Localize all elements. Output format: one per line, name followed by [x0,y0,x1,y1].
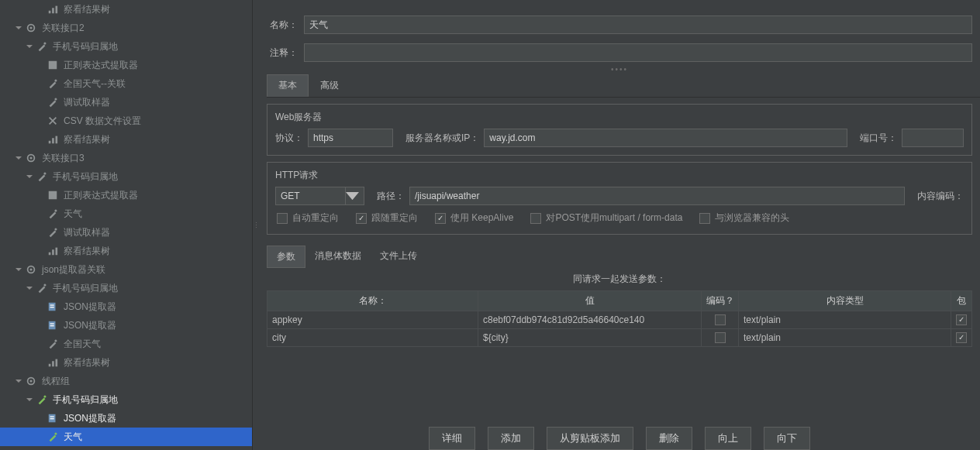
param-tab-params[interactable]: 参数 [267,246,305,268]
http-request-title: HTTP请求 [275,169,964,182]
comment-label: 注释： [267,46,304,60]
cb-follow-redirect[interactable]: 跟随重定向 [356,211,418,225]
tree-item-label: JSON提取器 [64,319,116,332]
cell-value[interactable]: c8ebf07ddb974c81d92d5a46640ce140 [478,311,702,328]
cell-value[interactable]: ${city} [478,329,702,346]
param-tab-body[interactable]: 消息体数据 [305,246,371,268]
table-row[interactable]: appkeyc8ebf07ddb974c81d92d5a46640ce140te… [267,311,971,328]
tree-item[interactable]: 全国天气 [0,335,252,353]
name-input[interactable] [304,15,972,34]
cb-keepalive[interactable]: 使用 KeepAlive [435,211,513,225]
tree-item[interactable]: 天气 [0,204,252,223]
toggle-icon[interactable] [25,395,34,404]
detail-button[interactable]: 详细 [429,427,475,450]
tree-item[interactable]: JSON提取器 [0,316,252,335]
th-encode[interactable]: 编码？ [702,291,739,311]
server-label: 服务器名称或IP： [405,132,479,145]
tree-item[interactable]: 察看结果树 [0,0,252,19]
tree-item-label: 手机号码归属地 [53,40,118,53]
table-row[interactable]: city${city}text/plain✓ [267,328,971,346]
tree-item[interactable]: 察看结果树 [0,242,252,260]
toggle-icon[interactable] [25,283,34,293]
tree-item[interactable]: 调试取样器 [0,223,252,242]
tree-item[interactable]: 察看结果树 [0,130,252,149]
svg-rect-7 [54,79,57,82]
splitter-handle[interactable]: ⋮ [253,0,259,450]
tree-item-label: 天气 [64,431,82,444]
cell-include[interactable]: ✓ [951,311,971,328]
cell-include[interactable]: ✓ [951,329,971,346]
tree-item[interactable]: 正则表达式提取器 [0,56,252,74]
tree-item[interactable]: 关联接口3 [0,149,252,167]
tree-item[interactable]: 察看结果树 [0,353,252,372]
tree-item-label: 天气 [64,208,82,221]
toggle-icon[interactable] [14,376,23,386]
tree-item[interactable]: 天气 [0,428,252,446]
protocol-input[interactable] [308,129,393,147]
comment-input[interactable] [304,43,972,62]
cell-encode[interactable] [702,329,739,346]
tree-item[interactable]: 手机号码归属地 [0,279,252,297]
toggle-icon [36,60,45,70]
svg-point-13 [29,156,32,159]
tree-item-label: 关联接口3 [42,152,85,165]
tree-item[interactable]: JSON提取器 [0,297,252,316]
results-icon [47,356,59,369]
tree-item[interactable]: 关联接口2 [0,19,252,37]
tree-item[interactable]: 全国天气--关联 [0,74,252,93]
delete-button[interactable]: 删除 [646,427,692,450]
tree-item[interactable]: 手机号码归属地 [0,390,252,409]
svg-rect-2 [56,6,58,14]
svg-rect-38 [50,416,54,417]
tree-item-label: 察看结果树 [64,245,110,258]
path-input[interactable] [409,187,905,205]
tree-item[interactable]: json提取器关联 [0,260,252,279]
param-tab-file[interactable]: 文件上传 [371,246,426,268]
port-input[interactable] [902,129,964,147]
cell-name[interactable]: city [267,329,478,346]
drag-handle-icon[interactable]: •••• [259,67,980,74]
toggle-icon[interactable] [25,42,34,51]
cell-encode[interactable] [702,311,739,328]
path-label: 路径： [377,190,405,203]
toggle-icon[interactable] [14,23,23,33]
tab-advanced[interactable]: 高级 [309,74,350,97]
add-button[interactable]: 添加 [488,427,534,450]
th-value[interactable]: 值 [478,291,702,311]
up-button[interactable]: 向上 [705,427,751,450]
config-tabs: 基本 高级 [267,74,980,98]
down-button[interactable]: 向下 [764,427,810,450]
tree-item-label: 全国天气 [64,338,101,351]
cell-type[interactable]: text/plain [739,311,951,328]
clipboard-add-button[interactable]: 从剪贴板添加 [547,427,633,450]
tree-item-label: 手机号码归属地 [53,282,118,295]
tree-item[interactable]: JSON提取器 [0,409,252,428]
th-name[interactable]: 名称： [267,291,478,311]
tree-item[interactable]: 线程组 [0,372,252,390]
th-include[interactable]: 包 [951,291,971,311]
th-type[interactable]: 内容类型 [739,291,951,311]
tree-item-label: 察看结果树 [64,3,110,16]
tree-item-label: 察看结果树 [64,356,110,369]
tree-item-label: 手机号码归属地 [53,170,118,184]
toggle-icon[interactable] [25,172,34,181]
method-select[interactable]: GET [275,187,364,205]
toggle-icon[interactable] [14,265,23,274]
cell-type[interactable]: text/plain [739,329,951,346]
cb-browser-headers[interactable]: 与浏览器兼容的头 [699,211,789,225]
cb-multipart[interactable]: 对POST使用multipart / form-data [530,211,682,225]
toggle-icon[interactable] [14,153,23,163]
tab-basic[interactable]: 基本 [267,74,309,97]
sampler-icon [47,338,59,350]
tree-item[interactable]: 正则表达式提取器 [0,186,252,204]
cell-name[interactable]: appkey [267,311,478,328]
tree-item[interactable]: CSV 数据文件设置 [0,112,252,130]
cb-auto-redirect[interactable]: 自动重定向 [277,211,339,225]
server-input[interactable] [484,129,847,147]
tree-item-label: 正则表达式提取器 [64,189,138,202]
tree-item[interactable]: 手机号码归属地 [0,167,252,186]
svg-rect-40 [54,432,57,435]
tree-item[interactable]: 调试取样器 [0,93,252,112]
tree-item[interactable]: 手机号码归属地 [0,37,252,56]
params-table-title: 同请求一起发送参数： [259,268,980,290]
